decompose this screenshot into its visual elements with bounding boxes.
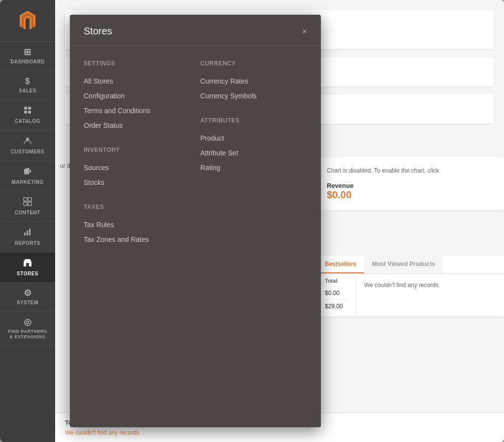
svg-marker-2 — [24, 16, 32, 30]
menu-item-currency-symbols[interactable]: Currency Symbols — [200, 88, 307, 103]
total-row-2: $29.00 — [325, 300, 348, 313]
sidebar-item-label-catalog: CATALOG — [15, 118, 40, 124]
reports-icon — [23, 228, 32, 238]
stores-panel-header: Stores × — [70, 15, 321, 46]
totals-column: Total $0.00 $29.00 — [317, 274, 356, 317]
sidebar-item-label-content: CONTENT — [15, 210, 40, 215]
inventory-section-title: Inventory — [84, 147, 190, 153]
svg-rect-16 — [27, 231, 28, 236]
logo-area — [0, 0, 55, 42]
svg-rect-15 — [24, 233, 26, 236]
menu-item-product[interactable]: Product — [200, 131, 307, 146]
attributes-section-title: Attributes — [200, 117, 307, 124]
svg-rect-3 — [24, 107, 27, 110]
stores-icon — [23, 258, 32, 268]
menu-item-sources[interactable]: Sources — [84, 160, 190, 175]
settings-section-title: Settings — [84, 60, 190, 67]
main-layout: ⊞ DASHBOARD $ SALES — [0, 0, 504, 442]
system-icon: ⚙ — [24, 289, 32, 297]
catalog-icon — [23, 106, 32, 116]
customers-icon — [23, 136, 32, 147]
currency-section: Currency Currency Rates Currency Symbols — [200, 60, 307, 103]
sales-icon: $ — [25, 77, 31, 86]
menu-item-rating[interactable]: Rating — [200, 160, 307, 175]
extensions-icon: ◎ — [24, 318, 32, 326]
revenue-label: Revenue — [327, 182, 494, 189]
sidebar-item-reports[interactable]: REPORTS — [0, 222, 55, 252]
svg-rect-19 — [26, 263, 29, 266]
no-records-message: We couldn't find any records. — [356, 274, 448, 317]
svg-rect-9 — [30, 170, 31, 173]
tabs-header: Bestsellers Most Viewed Products — [317, 256, 504, 274]
sidebar-item-label-sales: SALES — [19, 88, 36, 93]
menu-item-all-stores[interactable]: All Stores — [84, 74, 190, 88]
stores-left-column: Settings All Stores Configuration Terms … — [84, 58, 190, 413]
sidebar-navigation: ⊞ DASHBOARD $ SALES — [0, 42, 55, 346]
svg-rect-12 — [28, 198, 32, 201]
sidebar-item-stores[interactable]: STORES — [0, 252, 55, 283]
menu-item-attribute-set[interactable]: Attribute Set — [200, 146, 307, 160]
svg-rect-4 — [28, 107, 31, 110]
marketing-icon — [23, 167, 32, 177]
svg-rect-14 — [28, 202, 32, 206]
inventory-section: Inventory Sources Stocks — [84, 147, 190, 190]
sidebar-item-extensions[interactable]: ◎ FIND PARTNERS& EXTENSIONS — [0, 312, 55, 346]
settings-section: Settings All Stores Configuration Terms … — [84, 60, 190, 133]
sidebar-item-dashboard[interactable]: ⊞ DASHBOARD — [0, 42, 55, 71]
svg-point-7 — [26, 138, 29, 141]
stores-right-column: Currency Currency Rates Currency Symbols… — [200, 58, 307, 413]
sidebar-item-customers[interactable]: CUSTOMERS — [0, 130, 55, 161]
sidebar-item-system[interactable]: ⚙ SYSTEM — [0, 283, 55, 312]
sidebar-item-catalog[interactable]: CATALOG — [0, 100, 55, 130]
tab-bestsellers[interactable]: Bestsellers — [317, 256, 364, 273]
sidebar-item-label-customers: CUSTOMERS — [11, 149, 44, 154]
menu-item-terms-conditions[interactable]: Terms and Conditions — [84, 103, 190, 118]
svg-rect-5 — [24, 111, 27, 114]
svg-rect-13 — [24, 202, 27, 206]
attributes-section: Attributes Product Attribute Set Rating — [200, 117, 307, 175]
stores-panel: Stores × Settings All Stores Configurati… — [70, 15, 321, 427]
menu-item-order-status[interactable]: Order Status — [84, 118, 190, 133]
top-search-no-records: We couldn't find any records. — [65, 429, 494, 436]
dashboard-icon: ⊞ — [24, 48, 32, 57]
menu-item-stocks[interactable]: Stocks — [84, 175, 190, 190]
sidebar-item-label-stores: STORES — [17, 271, 38, 276]
stores-panel-body: Settings All Stores Configuration Terms … — [70, 46, 321, 424]
svg-rect-11 — [24, 198, 27, 201]
sidebar-item-content[interactable]: CONTENT — [0, 191, 55, 222]
svg-rect-17 — [29, 229, 31, 236]
sidebar: ⊞ DASHBOARD $ SALES — [0, 0, 55, 442]
sidebar-item-label-reports: REPORTS — [15, 240, 40, 246]
sidebar-item-sales[interactable]: $ SALES — [0, 71, 55, 100]
sidebar-item-marketing[interactable]: MARKETING — [0, 161, 55, 191]
svg-rect-6 — [28, 111, 31, 114]
sidebar-item-label-extensions: FIND PARTNERS& EXTENSIONS — [8, 329, 47, 340]
stores-panel-close[interactable]: × — [302, 27, 307, 36]
taxes-section: Taxes Tax Rules Tax Zones and Rates — [84, 204, 190, 247]
tabs-section: Bestsellers Most Viewed Products Total $… — [317, 256, 504, 317]
taxes-section-title: Taxes — [84, 204, 190, 210]
sidebar-item-label-system: SYSTEM — [17, 300, 38, 305]
content-area: Chart is disabled. To enable the chart, … — [55, 0, 504, 442]
total-row-1: $0.00 — [325, 287, 348, 300]
magento-logo — [16, 9, 39, 32]
menu-item-tax-rules[interactable]: Tax Rules — [84, 217, 190, 232]
currency-section-title: Currency — [200, 60, 307, 67]
revenue-amount: $0.00 — [327, 189, 494, 201]
sidebar-item-label-marketing: MARKETING — [11, 179, 43, 185]
stores-panel-title: Stores — [84, 26, 112, 37]
menu-item-tax-zones[interactable]: Tax Zones and Rates — [84, 232, 190, 247]
tab-body: Total $0.00 $29.00 We couldn't find any … — [317, 274, 504, 317]
browser-frame: ⊞ DASHBOARD $ SALES — [0, 0, 504, 442]
menu-item-currency-rates[interactable]: Currency Rates — [200, 74, 307, 88]
tab-most-viewed[interactable]: Most Viewed Products — [364, 256, 443, 273]
menu-item-configuration[interactable]: Configuration — [84, 88, 190, 103]
total-header: Total — [325, 278, 348, 287]
sidebar-item-label-dashboard: DASHBOARD — [10, 59, 45, 64]
svg-rect-10 — [25, 173, 27, 175]
content-icon — [23, 197, 32, 207]
